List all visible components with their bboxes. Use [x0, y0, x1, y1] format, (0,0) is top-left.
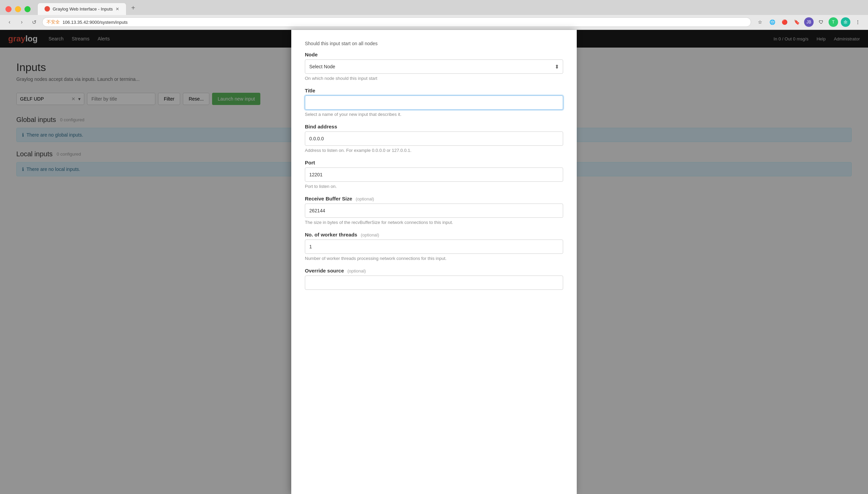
title-field-group: Title Select a name of your new input th…	[305, 88, 563, 117]
override-source-label: Override source (optional)	[305, 268, 563, 274]
node-label: Node	[305, 52, 563, 57]
bind-address-input[interactable]	[305, 131, 563, 146]
buffer-size-help: The size in bytes of the recvBufferSize …	[305, 220, 563, 225]
app-container: graylog Search Streams Alerts In 0 / Out…	[0, 30, 868, 494]
bind-address-field-group: Bind address Address to listen on. For e…	[305, 124, 563, 153]
forward-button[interactable]: ›	[18, 18, 26, 26]
title-label: Title	[305, 88, 563, 93]
minimize-window-button[interactable]	[15, 6, 21, 12]
extensions-icon[interactable]: 🌐	[767, 17, 777, 27]
node-select-wrapper: Select Node ⬍	[305, 59, 563, 74]
extension-4-icon[interactable]: JB	[804, 17, 814, 27]
extension-5-icon[interactable]: 🛡	[816, 17, 826, 27]
bind-address-label: Bind address	[305, 124, 563, 129]
address-bar-row: ‹ › ↺ 不安全 106.13.35.42:9000/system/input…	[0, 15, 868, 30]
worker-threads-help: Number of worker threads processing netw…	[305, 256, 563, 261]
tab-bar: Graylog Web Interface - Inputs ✕ +	[0, 0, 868, 15]
override-source-optional: (optional)	[347, 268, 366, 274]
bookmarks-icon[interactable]: ☆	[755, 17, 765, 27]
override-source-field-group: Override source (optional)	[305, 268, 563, 290]
tab-close-icon[interactable]: ✕	[116, 6, 119, 12]
buffer-size-optional: (optional)	[355, 196, 374, 201]
address-url: 106.13.35.42:9000/system/inputs	[63, 20, 128, 25]
buffer-size-field-group: Receive Buffer Size (optional) The size …	[305, 196, 563, 225]
node-help: On which node should this input start	[305, 76, 563, 81]
title-input[interactable]	[305, 95, 563, 110]
worker-threads-input[interactable]	[305, 240, 563, 254]
worker-threads-label: No. of worker threads (optional)	[305, 232, 563, 237]
all-nodes-label: Should this input start on all nodes	[305, 41, 378, 46]
port-help: Port to listen on.	[305, 184, 563, 189]
override-source-input[interactable]	[305, 276, 563, 290]
port-field-group: Port Port to listen on.	[305, 160, 563, 189]
input-config-modal: Should this input start on all nodes Nod…	[291, 30, 577, 494]
bind-address-help: Address to listen on. For example 0.0.0.…	[305, 148, 563, 153]
modal-backdrop: Should this input start on all nodes Nod…	[0, 30, 868, 494]
worker-threads-field-group: No. of worker threads (optional) Number …	[305, 232, 563, 261]
maximize-window-button[interactable]	[24, 6, 31, 12]
extension-6-icon[interactable]: T	[829, 17, 838, 27]
menu-icon[interactable]: ⋮	[853, 17, 863, 27]
active-tab[interactable]: Graylog Web Interface - Inputs ✕	[37, 3, 126, 15]
security-warning: 不安全	[47, 19, 60, 25]
port-label: Port	[305, 160, 563, 165]
refresh-button[interactable]: ↺	[30, 18, 38, 26]
close-window-button[interactable]	[5, 6, 12, 12]
node-field-group: Node Select Node ⬍ On which node should …	[305, 52, 563, 81]
worker-threads-optional: (optional)	[361, 232, 379, 237]
window-controls	[5, 6, 31, 12]
title-help: Select a name of your new input that des…	[305, 112, 563, 117]
node-select[interactable]: Select Node	[305, 59, 563, 74]
buffer-size-label: Receive Buffer Size (optional)	[305, 196, 563, 201]
extension-7-icon[interactable]: 余	[841, 17, 850, 27]
port-input[interactable]	[305, 167, 563, 182]
back-button[interactable]: ‹	[5, 18, 14, 26]
new-tab-button[interactable]: +	[128, 3, 139, 14]
tab-label: Graylog Web Interface - Inputs	[53, 6, 113, 12]
address-bar[interactable]: 不安全 106.13.35.42:9000/system/inputs	[42, 17, 751, 27]
all-nodes-row: Should this input start on all nodes	[305, 41, 563, 46]
browser-toolbar-icons: ☆ 🌐 🔴 🔖 JB 🛡 T 余 ⋮	[755, 17, 863, 27]
browser-chrome: Graylog Web Interface - Inputs ✕ + ‹ › ↺…	[0, 0, 868, 30]
buffer-size-input[interactable]	[305, 204, 563, 218]
extension-3-icon[interactable]: 🔖	[792, 17, 801, 27]
extension-2-icon[interactable]: 🔴	[780, 17, 789, 27]
tab-favicon	[45, 6, 50, 12]
